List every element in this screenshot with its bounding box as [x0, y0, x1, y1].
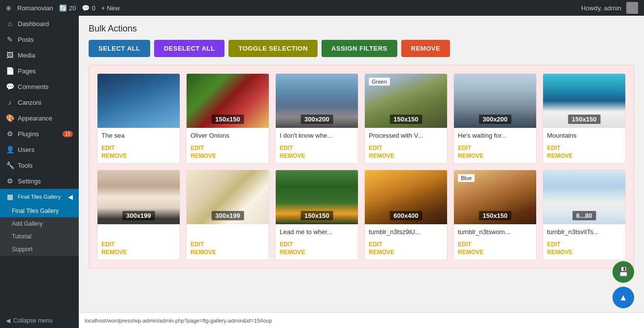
gallery-card-body: tumblr_n3tsviITs...EDITREMOVE [543, 224, 625, 260]
howdy-admin[interactable]: Howdy, admin [581, 2, 638, 14]
remove-link[interactable]: REMOVE [101, 152, 176, 159]
scroll-top-fab-button[interactable]: ▲ [612, 287, 634, 308]
new-label: + New [101, 4, 120, 12]
gallery-card-actions: EDITREMOVE [547, 241, 621, 256]
sidebar-label-tools: Tools [18, 162, 32, 169]
add-gallery-label: Add Gallery [12, 220, 43, 227]
sidebar-item-pages[interactable]: 📄 Pages [0, 63, 79, 79]
gallery-card-actions: EDITREMOVE [101, 241, 176, 256]
final-tiles-submenu: Final Tiles Gallery Add Gallery Tutorial… [0, 205, 79, 256]
sidebar-subitem-support[interactable]: Support [0, 243, 79, 256]
assign-filters-button[interactable]: ASSIGN FILTERS [322, 40, 397, 57]
plugins-icon: ⚙ [6, 130, 14, 138]
select-all-button[interactable]: SELECT ALL [89, 40, 150, 57]
site-logo[interactable]: ⊕ [6, 4, 11, 12]
edit-link[interactable]: EDIT [280, 145, 354, 151]
sidebar-item-appearance[interactable]: 🎨 Appearance [0, 110, 79, 126]
gallery-card: 150x150Lead me to wher...EDITREMOVE [275, 170, 358, 260]
gallery-card: 300x200I don't know whe...EDITREMOVE [275, 73, 358, 164]
remove-link[interactable]: REMOVE [191, 249, 265, 256]
dimension-label: 150x150 [211, 115, 244, 124]
gallery-card-actions: EDITREMOVE [280, 145, 354, 159]
sidebar-item-dashboard[interactable]: ⌂ Dashboard [0, 16, 79, 31]
sidebar-item-users[interactable]: 👤 Users [0, 142, 79, 157]
sidebar-subitem-tutorial[interactable]: Tutorial [0, 230, 79, 243]
edit-link[interactable]: EDIT [101, 241, 176, 248]
edit-link[interactable]: EDIT [191, 145, 265, 151]
toggle-selection-button[interactable]: TOGGLE SELECTION [228, 40, 318, 57]
site-name[interactable]: Romanovian [17, 4, 53, 12]
sidebar-subitem-gallery[interactable]: Final Tiles Gallery [0, 205, 79, 217]
gallery-card: 300x199EDITREMOVE [97, 170, 180, 260]
remove-link[interactable]: REMOVE [101, 249, 176, 256]
fab-area: 💾 ▲ [612, 261, 634, 308]
gallery-card-image: 150x150 [187, 74, 269, 128]
sidebar-item-settings[interactable]: ⚙ Settings [0, 173, 79, 189]
dashboard-icon: ⌂ [6, 20, 14, 28]
new-item[interactable]: + New [101, 4, 120, 12]
sidebar-item-comments[interactable]: 💬 Comments [0, 79, 79, 94]
collapse-label: Collapse menu [13, 317, 53, 324]
sidebar-item-media[interactable]: 🖼 Media [0, 47, 79, 63]
gallery-card-body: tumblr_n3tsz9iU...EDITREMOVE [365, 224, 447, 260]
collapse-menu[interactable]: ◀ Collapse menu [0, 313, 79, 328]
gallery-card-body: EDITREMOVE [187, 224, 269, 260]
gallery-card-title: I don't know whe... [280, 132, 354, 141]
remove-link[interactable]: REMOVE [547, 152, 621, 159]
filter-badge: Green [369, 78, 390, 86]
gallery-card-title: The sea [101, 132, 176, 141]
edit-link[interactable]: EDIT [458, 241, 532, 248]
remove-button[interactable]: REMOVE [401, 40, 450, 57]
gallery-card: 300x200He's waiting for...EDITREMOVE [453, 73, 537, 164]
remove-link[interactable]: REMOVE [458, 249, 532, 256]
sidebar-item-tools[interactable]: 🔧 Tools [0, 157, 79, 173]
sidebar-label-settings: Settings [18, 178, 41, 185]
gallery-card: 300x199EDITREMOVE [186, 170, 269, 260]
sidebar-label-appearance: Appearance [18, 115, 52, 122]
remove-link[interactable]: REMOVE [369, 152, 443, 159]
sidebar-item-plugins[interactable]: ⚙ Plugins 15 [0, 126, 79, 142]
dimension-label: 300x199 [122, 211, 155, 220]
bulk-actions-title: Bulk Actions [89, 24, 634, 34]
sidebar-label-final-tiles: Final Tiles Gallery [18, 194, 61, 200]
edit-link[interactable]: EDIT [369, 241, 443, 248]
sidebar-subitem-add-gallery[interactable]: Add Gallery [0, 217, 79, 230]
edit-link[interactable]: EDIT [280, 241, 354, 248]
avatar [626, 2, 638, 14]
gallery-grid: The seaEDITREMOVE150x150Oliver OnionsEDI… [89, 65, 634, 268]
deselect-all-button[interactable]: DESELECT ALL [154, 40, 225, 57]
tools-icon: 🔧 [6, 161, 14, 169]
edit-link[interactable]: EDIT [458, 145, 532, 151]
sidebar-item-canzoni[interactable]: ♪ Canzoni [0, 94, 79, 110]
gallery-card-actions: EDITREMOVE [191, 241, 265, 256]
remove-link[interactable]: REMOVE [547, 249, 621, 256]
sidebar-item-posts[interactable]: ✎ Posts [0, 31, 79, 47]
edit-link[interactable]: EDIT [547, 241, 621, 248]
remove-link[interactable]: REMOVE [280, 152, 354, 159]
gallery-card-actions: EDITREMOVE [458, 145, 532, 159]
sidebar-label-pages: Pages [18, 67, 36, 75]
gallery-card-title: tumblr_n3tsz9iU... [369, 228, 443, 237]
sidebar-item-final-tiles[interactable]: ▦ Final Tiles Gallery ◀ [0, 189, 79, 205]
remove-link[interactable]: REMOVE [458, 152, 532, 159]
sidebar-label-dashboard: Dashboard [18, 20, 49, 28]
gallery-card-actions: EDITREMOVE [191, 145, 265, 159]
updates-item[interactable]: 🔄 20 [59, 4, 76, 12]
save-fab-button[interactable]: 💾 [612, 261, 634, 283]
edit-link[interactable]: EDIT [191, 241, 265, 248]
main-content: Bulk Actions SELECT ALL DESELECT ALL TOG… [79, 16, 644, 328]
gallery-card: 6...80tumblr_n3tsviITs...EDITREMOVE [543, 170, 626, 260]
gallery-card-body: Lead me to wher...EDITREMOVE [276, 224, 358, 260]
sidebar-label-canzoni: Canzoni [18, 99, 41, 106]
gallery-card: Blue150x150tumblr_n3tswom...EDITREMOVE [453, 170, 537, 260]
gallery-card-image: 300x200 [454, 74, 536, 128]
collapse-icon: ◀ [6, 317, 10, 324]
remove-link[interactable]: REMOVE [369, 249, 443, 256]
edit-link[interactable]: EDIT [101, 145, 176, 151]
gallery-card-image: 300x199 [187, 170, 269, 224]
edit-link[interactable]: EDIT [369, 145, 443, 151]
edit-link[interactable]: EDIT [547, 145, 621, 151]
comments-item[interactable]: 💬 0 [82, 4, 95, 12]
remove-link[interactable]: REMOVE [191, 152, 265, 159]
remove-link[interactable]: REMOVE [280, 249, 354, 256]
